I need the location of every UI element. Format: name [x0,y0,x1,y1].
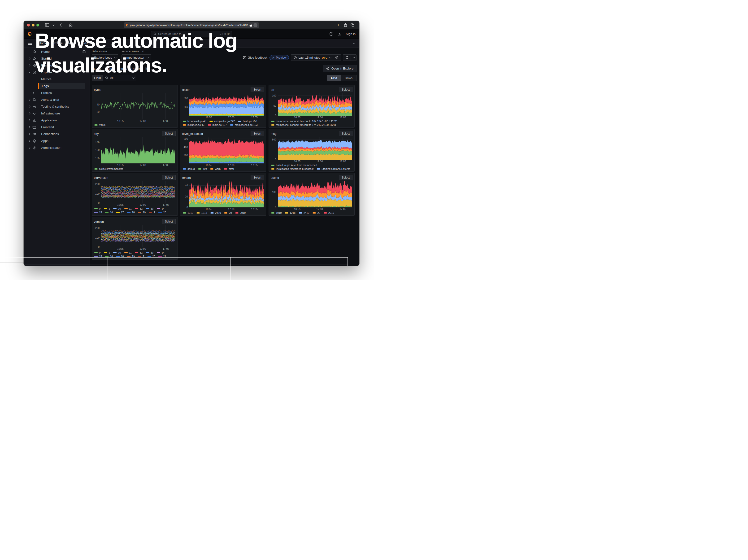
legend-item[interactable]: 29 [312,211,320,214]
chevron-right-icon[interactable] [28,119,32,121]
zoom-window-button[interactable] [37,24,39,26]
legend-item[interactable]: 18 [127,211,135,214]
legend-item[interactable]: 1218 [285,211,295,214]
legend-item[interactable]: 0 [94,207,100,210]
legend-item[interactable]: 17 [116,211,124,214]
select-button[interactable]: Select [251,87,264,92]
sidebar-item-application[interactable]: Application [24,117,90,124]
legend-item[interactable]: 10 [113,207,121,210]
zoom-out-button[interactable] [333,55,341,61]
news-icon[interactable] [337,32,342,36]
legend-item[interactable]: 21 [158,255,166,258]
legend-item[interactable]: memcache: connect timeout to 162.134.158… [271,120,337,123]
legend-item[interactable]: 13 [146,251,154,254]
refresh-interval-dropdown[interactable] [351,55,356,61]
legend-item[interactable]: 2 [149,211,155,214]
legend-item[interactable]: 16 [105,211,113,214]
legend-item[interactable]: broadcast.go:48 [183,120,206,123]
legend-item[interactable]: 1010 [271,211,282,214]
legend-item[interactable]: collectors/compactor [94,167,123,170]
legend-item[interactable]: 15 [94,255,102,258]
chevron-right-icon[interactable] [28,98,32,101]
time-range-picker[interactable]: Last 15 minutes UTC [291,55,333,61]
legend-item[interactable]: 11 [124,251,132,254]
minimize-window-button[interactable] [32,24,34,26]
home-icon[interactable] [68,22,73,28]
select-button[interactable]: Select [162,131,176,136]
select-button[interactable]: Select [339,87,352,92]
chevron-right-icon[interactable] [28,105,32,108]
legend-item[interactable]: 10 [113,251,121,254]
legend-item[interactable]: 1 [104,251,110,254]
select-button[interactable]: Select [339,175,352,180]
legend-item[interactable]: instance.go:43 [183,123,205,126]
chevron-right-icon[interactable] [28,140,32,142]
select-button[interactable]: Select [251,131,264,136]
legend-item[interactable]: 1 [104,207,110,210]
chevron-right-icon[interactable] [28,64,32,67]
legend-item[interactable]: 29 [224,211,232,214]
legend-item[interactable]: 12 [135,251,143,254]
legend-item[interactable]: 19 [138,211,146,214]
legend-item[interactable]: 20 [158,211,166,214]
legend-item[interactable]: main.go:107 [208,123,227,126]
more-options-icon[interactable] [253,23,257,27]
legend-item[interactable]: 1218 [196,211,207,214]
legend-item[interactable]: 12 [135,207,143,210]
select-button[interactable]: Select [162,175,176,180]
browser-sidebar-toggle-icon[interactable] [44,22,50,28]
refresh-button[interactable] [343,55,351,61]
legend-item[interactable]: debug [183,167,195,170]
legend-item[interactable]: 1010 [183,211,193,214]
legend-item[interactable]: 20 [147,255,155,258]
give-feedback-link[interactable]: Give feedback [243,56,267,60]
sign-in-link[interactable]: Sign in [346,32,355,36]
legend-item[interactable]: compactor.go:242 [209,120,235,123]
legend-item[interactable]: 16 [105,255,113,258]
new-tab-icon[interactable]: + [335,22,341,28]
help-icon[interactable] [329,32,333,36]
chevron-down-icon[interactable] [51,22,55,28]
legend-item[interactable]: 15 [94,211,102,214]
legend-item[interactable]: 11 [124,207,132,210]
sidebar-item-connections[interactable]: Connections [24,131,90,137]
sidebar-item-alerts-irm[interactable]: Alerts & IRM [24,96,90,103]
chevron-right-icon[interactable] [28,57,32,60]
legend-item[interactable]: 2919 [235,211,246,214]
sidebar-item-profiles[interactable]: Profiles [24,89,90,96]
legend-item[interactable]: memcache: connect timeout to 174.213.22.… [271,123,336,126]
chevron-right-icon[interactable] [28,112,32,115]
legend-item[interactable]: Invalidating forwarded broadcast [271,167,313,170]
open-in-explore-button[interactable]: Open in Explore [323,65,356,72]
legend-item[interactable]: Failed to get keys from memcached [271,164,317,167]
close-window-button[interactable] [27,24,30,26]
share-icon[interactable] [343,22,348,28]
legend-item[interactable]: 13 [146,207,154,210]
sidebar-item-administration[interactable]: Administration [24,144,90,151]
tab-overview-icon[interactable] [350,22,355,28]
select-button[interactable]: Select [251,175,264,180]
collapse-controls-icon[interactable] [353,41,355,45]
select-button[interactable]: Select [162,219,176,224]
grid-view-button[interactable]: Grid [327,75,341,81]
legend-item[interactable]: Starting Grafana Enterpri [317,167,350,170]
legend-item[interactable]: info [198,167,207,170]
legend-item[interactable]: warn [210,167,220,170]
legend-item[interactable]: 2 [138,255,144,258]
grafana-logo[interactable] [27,32,32,36]
mega-menu-toggle-icon[interactable] [28,42,32,45]
legend-item[interactable]: 2419 [210,211,221,214]
legend-item[interactable]: memcached.go:153 [230,123,258,126]
legend-item[interactable]: 2419 [299,211,309,214]
sidebar-item-infrastructure[interactable]: Infrastructure [24,110,90,117]
chevron-right-icon[interactable] [28,133,32,135]
chevron-right-icon[interactable] [28,126,32,129]
legend-item[interactable]: flush.go:253 [238,120,257,123]
rows-view-button[interactable]: Rows [341,75,356,81]
chevron-down-icon[interactable] [28,71,32,73]
sidebar-item-frontend[interactable]: Frontend [24,124,90,131]
legend-item[interactable]: 2919 [324,211,334,214]
legend-item[interactable]: 14 [157,251,164,254]
legend-item[interactable]: 14 [157,207,164,210]
sidebar-item-apps[interactable]: Apps [24,137,90,144]
